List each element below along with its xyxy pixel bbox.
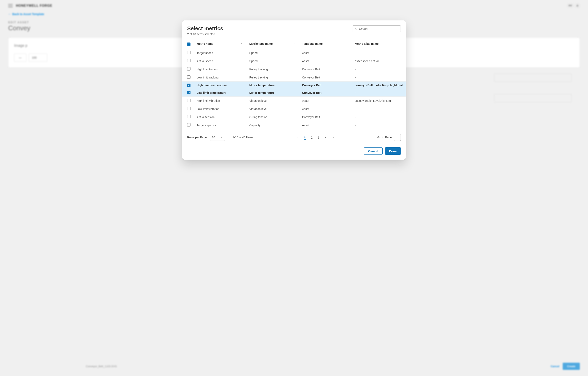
prev-page-button[interactable] — [296, 135, 298, 140]
cell-metric-type: Vibration level — [246, 97, 299, 105]
pagination-bar: Rows per Page 10 1-10 of 40 Items 1234 G… — [182, 129, 406, 143]
goto-page-input[interactable] — [394, 134, 401, 141]
cell-metric-name: High limit vibration — [194, 97, 246, 105]
cell-metric-type: O-ring tension — [246, 113, 299, 121]
table-row[interactable]: Low limit vibrationVibration levelAsset- — [182, 105, 406, 113]
row-checkbox[interactable] — [187, 107, 190, 110]
column-header-metric-name[interactable]: Metric name — [194, 39, 246, 49]
table-row[interactable]: High limit trackingPulley trackingConvey… — [182, 65, 406, 73]
cell-metric-name: High limit temperature — [194, 82, 246, 89]
cell-template: Asset — [299, 49, 352, 57]
cell-metric-type: Pulley tracking — [246, 73, 299, 82]
cell-alias: - — [352, 65, 406, 73]
cell-template: Conveyor Belt — [299, 82, 352, 89]
svg-point-0 — [356, 28, 357, 29]
cell-metric-type: Motor temperature — [246, 89, 299, 97]
arrow-down-icon — [293, 42, 295, 45]
table-row[interactable]: Actual speedSpeedAssetasset.speed.actual — [182, 57, 406, 65]
done-button[interactable]: Done — [385, 147, 401, 155]
table-row[interactable]: Actual tensionO-ring tensionConveyor Bel… — [182, 113, 406, 121]
cell-alias: - — [352, 49, 406, 57]
cell-metric-name: Actual tension — [194, 113, 246, 121]
cell-metric-name: Target speed — [194, 49, 246, 57]
row-checkbox[interactable] — [187, 84, 190, 87]
column-header-metric-type[interactable]: Metric type name — [246, 39, 299, 49]
row-checkbox[interactable] — [187, 115, 190, 118]
modal-title: Select metrics — [187, 25, 223, 32]
table-row[interactable]: Low limit trackingPulley trackingConveyo… — [182, 73, 406, 82]
table-row[interactable]: Low limit temperatureMotor temperatureCo… — [182, 89, 406, 97]
table-row[interactable]: High limit vibrationVibration levelAsset… — [182, 97, 406, 105]
cell-metric-name: Actual speed — [194, 57, 246, 65]
range-text: 1-10 of 40 Items — [232, 136, 253, 139]
row-checkbox[interactable] — [187, 67, 190, 70]
cell-alias: - — [352, 113, 406, 121]
row-checkbox[interactable] — [187, 51, 190, 54]
cell-template: Asset — [299, 57, 352, 65]
cancel-button[interactable]: Cancel — [364, 147, 382, 155]
rows-per-page-label: Rows per Page — [187, 136, 207, 139]
table-row[interactable]: Target capacityCapacityAsset- — [182, 121, 406, 129]
cell-alias: asset.vibrationLevel.highLimit — [352, 97, 406, 105]
cell-metric-name: Target capacity — [194, 121, 246, 129]
cell-alias: asset.speed.actual — [352, 57, 406, 65]
cell-template: Conveyor Belt — [299, 113, 352, 121]
row-checkbox[interactable] — [187, 123, 190, 126]
next-page-button[interactable] — [332, 135, 335, 140]
page-number[interactable]: 1 — [304, 135, 305, 140]
cell-metric-name: Low limit tracking — [194, 73, 246, 82]
cell-template: Conveyor Belt — [299, 73, 352, 82]
cell-template: Asset — [299, 97, 352, 105]
page-number[interactable]: 2 — [311, 136, 313, 139]
cell-template: Asset — [299, 121, 352, 129]
page-number[interactable]: 4 — [325, 136, 326, 139]
search-icon — [355, 27, 358, 31]
cell-alias: - — [352, 121, 406, 129]
modal-subtitle: 2 of 10 items selected — [187, 33, 223, 36]
cell-metric-type: Speed — [246, 57, 299, 65]
cell-alias: - — [352, 89, 406, 97]
cell-metric-type: Speed — [246, 49, 299, 57]
rows-per-page-select[interactable]: 10 — [210, 134, 225, 141]
cell-metric-name: Low limit temperature — [194, 89, 246, 97]
column-header-template[interactable]: Template name — [299, 39, 352, 49]
cell-alias: - — [352, 105, 406, 113]
cell-alias: conveyorBelt.motorTemp.highLimit — [352, 82, 406, 89]
row-checkbox[interactable] — [187, 59, 190, 62]
arrow-down-icon — [346, 42, 348, 45]
svg-line-1 — [357, 29, 357, 30]
cell-metric-type: Motor temperature — [246, 82, 299, 89]
column-header-alias[interactable]: Metric alias name — [352, 39, 406, 49]
row-checkbox[interactable] — [187, 91, 190, 94]
metrics-table: Metric name Metric type name Template na… — [182, 39, 406, 129]
cell-template: Asset — [299, 105, 352, 113]
cell-metric-type: Pulley tracking — [246, 65, 299, 73]
table-row[interactable]: Target speedSpeedAsset- — [182, 49, 406, 57]
chevron-down-icon — [220, 136, 223, 139]
cell-template: Conveyor Belt — [299, 89, 352, 97]
table-row[interactable]: High limit temperatureMotor temperatureC… — [182, 82, 406, 89]
cell-metric-type: Vibration level — [246, 105, 299, 113]
row-checkbox[interactable] — [187, 99, 190, 102]
row-checkbox[interactable] — [187, 75, 190, 79]
cell-metric-type: Capacity — [246, 121, 299, 129]
select-metrics-modal: Select metrics 2 of 10 items selected Me… — [182, 21, 406, 160]
goto-page-label: Go to Page — [377, 136, 392, 139]
cell-metric-name: High limit tracking — [194, 65, 246, 73]
search-input[interactable] — [353, 25, 401, 32]
arrow-down-icon — [240, 42, 243, 45]
page-number[interactable]: 3 — [318, 136, 320, 139]
select-all-checkbox[interactable] — [187, 43, 190, 46]
cell-metric-name: Low limit vibration — [194, 105, 246, 113]
cell-alias: - — [352, 73, 406, 82]
cell-template: Conveyor Belt — [299, 65, 352, 73]
